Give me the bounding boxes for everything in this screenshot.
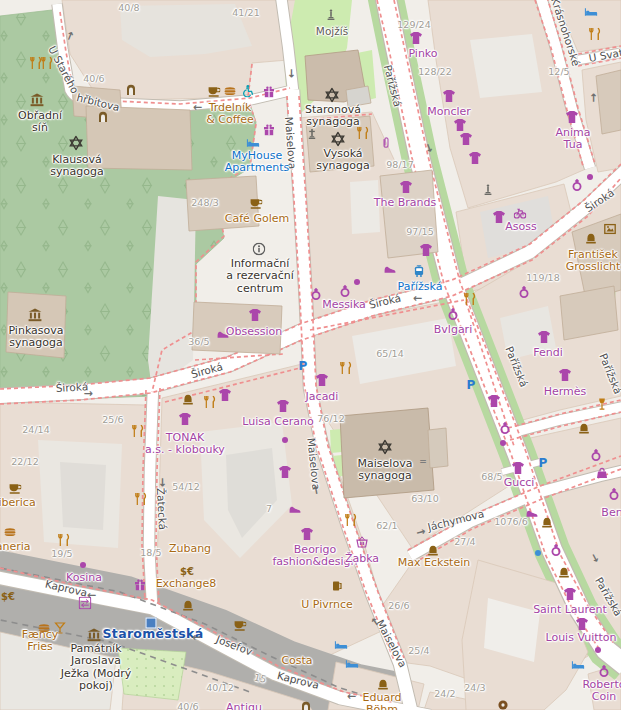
poi-dot-icon[interactable]: [354, 279, 360, 285]
jewelry-shop-icon[interactable]: [598, 665, 611, 678]
stationery-shop-icon[interactable]: [380, 137, 392, 149]
shop-label-bvlgari[interactable]: Bvlgari: [434, 324, 472, 336]
shop-label-asoss[interactable]: Asoss: [505, 221, 536, 233]
clothing-shop-icon[interactable]: [301, 528, 314, 541]
hotel-icon[interactable]: [346, 658, 359, 671]
artwork-shop-icon[interactable]: [604, 223, 616, 235]
map-canvas[interactable]: U StaréhohřbitovaMaiselovaMaiselovaMaise…: [0, 0, 621, 710]
clothing-shop-icon[interactable]: [559, 369, 572, 382]
currency-exchange-icon[interactable]: $€: [1, 591, 15, 602]
clothing-shop-icon[interactable]: [488, 395, 501, 408]
clothing-shop-icon[interactable]: [469, 152, 482, 165]
clothing-shop-icon[interactable]: [538, 331, 551, 344]
cafe-icon[interactable]: [250, 197, 263, 210]
boutique-icon[interactable]: [377, 679, 389, 691]
clothing-shop-icon[interactable]: [566, 111, 579, 124]
clothing-shop-icon[interactable]: [564, 588, 577, 601]
cafe-icon[interactable]: [208, 85, 221, 98]
boutique-icon[interactable]: [578, 423, 590, 435]
accessible-icon[interactable]: [241, 85, 254, 98]
restaurant-icon[interactable]: [345, 514, 358, 527]
clothing-shop-icon[interactable]: [400, 181, 413, 194]
shop-label-fendi[interactable]: Fendi: [533, 347, 563, 359]
fast-food-icon[interactable]: [38, 622, 51, 635]
clothing-shop-icon[interactable]: [410, 32, 423, 45]
place-label-pinkasova-synagoga[interactable]: Pinkasova synagoga: [8, 325, 63, 350]
restaurant-icon[interactable]: [58, 534, 71, 547]
tram-stop-icon[interactable]: [413, 265, 426, 278]
clothing-shop-icon[interactable]: [249, 309, 262, 322]
cafe-icon[interactable]: [234, 619, 247, 632]
hotel-icon[interactable]: [585, 6, 598, 19]
jewelry-shop-icon[interactable]: [608, 488, 621, 501]
clothing-shop-icon[interactable]: [179, 413, 192, 426]
fast-food-icon[interactable]: [4, 526, 17, 539]
clothing-shop-icon[interactable]: [277, 400, 290, 413]
synagogue-icon[interactable]: [69, 136, 84, 151]
restaurant-icon[interactable]: [41, 57, 54, 70]
clothing-shop-icon[interactable]: [279, 466, 292, 479]
shop-label-moncler[interactable]: Moncler: [427, 106, 471, 118]
gift-shop-icon[interactable]: [263, 86, 275, 98]
jewelry-shop-icon[interactable]: [310, 288, 323, 301]
hotel-icon[interactable]: [572, 659, 585, 672]
place-label-maiselova-synagoga[interactable]: Maiselova synagoga: [358, 458, 413, 483]
shop-label-gucci[interactable]: Gucci: [504, 477, 535, 489]
shop-label-the-brands[interactable]: The Brands: [374, 197, 436, 209]
hotel-icon[interactable]: [247, 137, 260, 150]
parking-icon[interactable]: P: [467, 378, 476, 392]
shop-label-luisa-cerano[interactable]: Luisa Cerano: [242, 416, 313, 428]
place-label-klausov-synagoga[interactable]: Klausová synagoga: [50, 154, 103, 179]
tombstone-icon[interactable]: [125, 84, 137, 96]
currency-exchange-icon[interactable]: $€: [180, 566, 194, 577]
shop-label-kosina[interactable]: Kosina: [66, 572, 102, 584]
bar-icon[interactable]: [54, 622, 66, 634]
shop-label-roberto-coin[interactable]: Roberto Coin: [582, 679, 621, 704]
tombstone-icon[interactable]: [97, 111, 109, 123]
shoe-shop-icon[interactable]: [217, 327, 230, 340]
amenity-label-eduard-b-hm[interactable]: Eduard Böhm: [363, 692, 402, 710]
restaurant-icon[interactable]: [589, 28, 602, 41]
clothing-shop-icon[interactable]: [219, 389, 232, 402]
tombstone-icon[interactable]: [300, 701, 312, 710]
jewelry-shop-icon[interactable]: [518, 286, 531, 299]
place-label-staronov-synagoga[interactable]: Staronová synagoga: [305, 104, 361, 129]
jewelry-shop-icon[interactable]: [590, 449, 603, 462]
bakery-icon[interactable]: [498, 700, 509, 710]
amenity-label-u-pivrnce[interactable]: U Pivrnce: [301, 599, 353, 611]
restaurant-icon[interactable]: [204, 396, 217, 409]
jewelry-shop-icon[interactable]: [550, 544, 563, 557]
poi-dot-icon[interactable]: [587, 174, 593, 180]
pub-icon[interactable]: [331, 580, 343, 592]
jewelry-shop-icon[interactable]: [447, 308, 460, 321]
shop-label-tonak-a-s-klobouky[interactable]: TONAK a.s. - klobouky: [145, 432, 225, 457]
amenity-label-trdeln-k-coffee[interactable]: Trdelník & Coffee: [206, 102, 254, 127]
statue-icon[interactable]: [482, 184, 494, 196]
museum-icon[interactable]: [28, 308, 42, 322]
shop-label-antiqu[interactable]: Antiqu: [226, 702, 262, 710]
shop-label-saint-laurent[interactable]: Saint Laurent: [533, 604, 607, 616]
hotel-icon[interactable]: [335, 639, 348, 652]
shop-label-messika[interactable]: Messika: [322, 299, 366, 311]
clothing-shop-icon[interactable]: [443, 90, 456, 103]
restaurant-icon[interactable]: [340, 362, 353, 375]
clothing-shop-icon[interactable]: [576, 618, 589, 631]
restaurant-icon[interactable]: [357, 127, 370, 140]
amenity-label-exchange8[interactable]: Exchange8: [156, 578, 217, 590]
amenity-label-caf-golem[interactable]: Café Golem: [225, 213, 289, 225]
synagogue-icon[interactable]: [378, 440, 393, 455]
cafe-icon[interactable]: [9, 482, 22, 495]
jewelry-shop-icon[interactable]: [571, 179, 584, 192]
amenity-label-zubang[interactable]: Zubang: [169, 543, 211, 555]
place-label-vysok-synagoga[interactable]: Vysoká synagoga: [316, 148, 369, 173]
monument-icon[interactable]: [306, 128, 318, 140]
shop-label-abka[interactable]: Žabka: [345, 553, 379, 565]
synagogue-icon[interactable]: [331, 132, 346, 147]
clothing-shop-icon[interactable]: [460, 133, 473, 146]
amenity-label-paneria[interactable]: Paneria: [0, 541, 30, 553]
restaurant-icon[interactable]: [464, 293, 477, 306]
shop-label-pinko[interactable]: Pinko: [408, 48, 437, 60]
boutique-icon[interactable]: [182, 600, 194, 612]
boutique-icon[interactable]: [558, 567, 570, 579]
information-icon[interactable]: [253, 243, 266, 256]
